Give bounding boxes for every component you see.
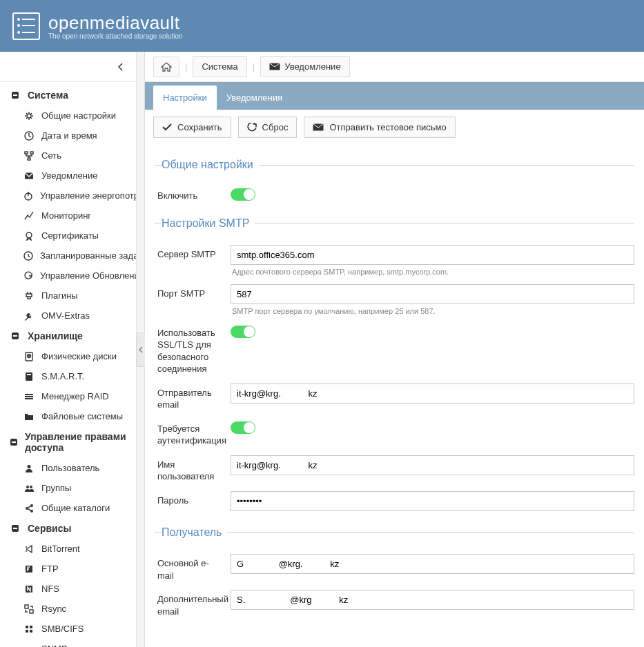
svg-rect-12 — [13, 335, 17, 337]
nav-item[interactable]: Пользователь — [0, 458, 136, 478]
app-header: openmediavault The open network attached… — [0, 0, 644, 52]
nav-item[interactable]: OMV-Extras — [0, 306, 136, 326]
nav-group-label: Хранилище — [28, 330, 83, 341]
breadcrumb-notification[interactable]: Уведомление — [260, 56, 349, 77]
nav-group[interactable]: Сервисы — [0, 518, 136, 539]
nav-item[interactable]: SNMP — [0, 639, 136, 647]
toggle-auth[interactable] — [231, 421, 255, 434]
toolbar: Сохранить Сброс Отправить тестовое письм… — [145, 110, 644, 145]
send-test-button[interactable]: Отправить тестовое письмо — [304, 117, 455, 138]
svg-rect-19 — [25, 396, 33, 397]
nav-item-label: FTP — [41, 564, 59, 574]
network-icon — [23, 151, 35, 161]
minus-square-icon — [10, 91, 21, 99]
nav-item[interactable]: Запланированные задания — [0, 246, 136, 266]
nav-group[interactable]: Управление правами доступа — [0, 426, 136, 458]
input-sender-email[interactable] — [231, 384, 634, 404]
breadcrumb-home[interactable] — [153, 57, 179, 77]
tab-notifications[interactable]: Уведомления — [217, 86, 292, 110]
breadcrumb-system[interactable]: Система — [193, 56, 246, 77]
sidebar: СистемаОбщие настройкиДата и времяСетьУв… — [0, 52, 145, 647]
label-smtp-server: Сервер SMTP — [155, 245, 231, 261]
nav-group-label: Управление правами доступа — [25, 431, 129, 453]
nav-item[interactable]: Менеджер RAID — [0, 386, 136, 406]
toggle-enable[interactable] — [231, 188, 255, 201]
nav-item-label: Пользователь — [41, 463, 99, 473]
nav-item[interactable]: BitTorrent — [0, 539, 136, 559]
sidebar-collapse-handle[interactable] — [136, 332, 145, 367]
nav-item-label: Плагины — [41, 290, 78, 301]
reset-button[interactable]: Сброс — [238, 117, 297, 138]
folder-icon — [23, 412, 35, 421]
bt-icon — [23, 544, 35, 554]
chart-icon — [23, 211, 35, 221]
nav-item[interactable]: Плагины — [0, 286, 136, 306]
svg-rect-30 — [13, 528, 17, 529]
svg-point-9 — [26, 232, 32, 238]
mail-icon — [269, 63, 280, 70]
nfs-icon — [23, 584, 35, 594]
nav-item[interactable]: Управление Обновлениями — [0, 266, 136, 286]
nav-item[interactable]: FTP — [0, 559, 136, 579]
input-primary-email[interactable] — [231, 554, 634, 574]
nav-item[interactable]: NFS — [0, 579, 136, 599]
toggle-ssl[interactable] — [231, 326, 255, 338]
nav-item-label: Запланированные задания — [40, 250, 136, 261]
nav-item[interactable]: S.M.A.R.T. — [0, 366, 136, 386]
label-username: Имя пользователя — [155, 455, 231, 483]
breadcrumb-notification-label: Уведомление — [284, 61, 340, 72]
input-smtp-port[interactable] — [231, 284, 634, 304]
share-icon — [23, 504, 35, 513]
svg-rect-18 — [25, 394, 33, 395]
snmp-icon — [23, 644, 35, 648]
nav-item[interactable]: Группы — [0, 478, 136, 498]
clock-icon — [23, 131, 35, 141]
gear-icon — [23, 111, 35, 121]
input-username[interactable] — [231, 455, 634, 475]
update-icon — [23, 271, 33, 281]
check-icon — [162, 123, 172, 131]
svg-point-2 — [27, 114, 31, 118]
nav-item[interactable]: Общие настройки — [0, 106, 136, 126]
nav-item[interactable]: Файловые системы — [0, 406, 136, 426]
nav-group[interactable]: Система — [0, 85, 136, 106]
nav-item[interactable]: Общие каталоги — [0, 498, 136, 518]
minus-square-icon — [10, 332, 21, 340]
nav-item[interactable]: Управление энергопотреблением — [0, 186, 136, 206]
hdd-icon — [23, 352, 35, 361]
user-icon — [23, 464, 35, 473]
home-icon — [161, 62, 172, 72]
save-button[interactable]: Сохранить — [153, 117, 231, 138]
svg-rect-17 — [27, 374, 31, 375]
ftp-icon — [23, 564, 35, 574]
legend-smtp: Настройки SMTP — [162, 217, 255, 230]
nav-item-label: Менеджер RAID — [41, 391, 109, 401]
nav-item-label: SNMP — [41, 644, 68, 647]
nav-item-label: OMV-Extras — [41, 310, 90, 321]
nav-item[interactable]: Сертификаты — [0, 226, 136, 246]
nav-item[interactable]: Дата и время — [0, 126, 136, 146]
nav-item-label: Сертификаты — [41, 230, 99, 241]
input-smtp-server[interactable] — [231, 245, 634, 265]
minus-square-icon — [10, 438, 18, 446]
nav-item[interactable]: Rsync — [0, 599, 136, 619]
input-secondary-email[interactable] — [231, 590, 634, 610]
mail-icon — [313, 123, 324, 131]
nav-group[interactable]: Хранилище — [0, 326, 136, 346]
legend-general: Общие настройки — [162, 159, 259, 171]
nav-item[interactable]: Уведомление — [0, 166, 136, 186]
label-smtp-port: Порт SMTP — [155, 284, 231, 300]
tab-settings[interactable]: Настройки — [153, 86, 217, 110]
label-password: Пароль — [155, 491, 231, 507]
svg-point-25 — [30, 486, 32, 488]
nav-item[interactable]: Сеть — [0, 146, 136, 166]
help-smtp-server: Адрес почтового сервера SMTP, например, … — [231, 268, 634, 276]
nav-item[interactable]: Физические диски — [0, 346, 136, 366]
nav-item-label: Управление Обновлениями — [40, 270, 136, 281]
collapse-sidebar-icon[interactable] — [118, 63, 124, 71]
nav-item[interactable]: SMB/CIFS — [0, 619, 136, 639]
nav-item[interactable]: Мониторинг — [0, 206, 136, 226]
input-password[interactable] — [231, 491, 634, 511]
breadcrumb-separator: | — [181, 61, 191, 72]
smart-icon — [23, 372, 35, 381]
